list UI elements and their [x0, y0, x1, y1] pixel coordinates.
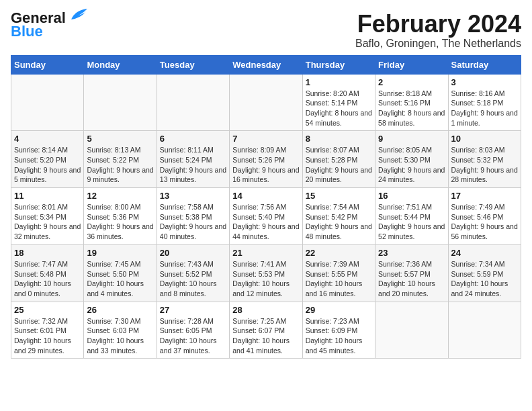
day-info: Sunrise: 7:43 AM Sunset: 5:52 PM Dayligh…	[160, 259, 226, 299]
day-info: Sunrise: 8:05 AM Sunset: 5:30 PM Dayligh…	[378, 145, 445, 185]
calendar-week-row: 4Sunrise: 8:14 AM Sunset: 5:20 PM Daylig…	[11, 131, 521, 188]
logo-bird-icon	[69, 9, 87, 22]
calendar-cell: 25Sunrise: 7:32 AM Sunset: 6:01 PM Dayli…	[11, 302, 84, 359]
calendar-cell	[230, 74, 302, 131]
day-info: Sunrise: 7:58 AM Sunset: 5:38 PM Dayligh…	[160, 202, 226, 242]
day-info: Sunrise: 8:01 AM Sunset: 5:34 PM Dayligh…	[14, 202, 81, 242]
day-info: Sunrise: 7:23 AM Sunset: 6:09 PM Dayligh…	[306, 316, 372, 356]
calendar-cell: 6Sunrise: 8:11 AM Sunset: 5:24 PM Daylig…	[157, 131, 229, 188]
day-info: Sunrise: 8:20 AM Sunset: 5:14 PM Dayligh…	[306, 89, 372, 128]
calendar-week-row: 25Sunrise: 7:32 AM Sunset: 6:01 PM Dayli…	[11, 302, 521, 359]
day-number: 28	[232, 305, 299, 315]
calendar-cell: 29Sunrise: 7:23 AM Sunset: 6:09 PM Dayli…	[302, 302, 375, 359]
day-number: 19	[87, 248, 153, 258]
calendar-cell: 7Sunrise: 8:09 AM Sunset: 5:26 PM Daylig…	[230, 131, 302, 188]
day-number: 20	[160, 248, 226, 258]
month-title: February 2024	[355, 11, 521, 38]
calendar-cell: 28Sunrise: 7:25 AM Sunset: 6:07 PM Dayli…	[230, 302, 302, 359]
day-info: Sunrise: 7:28 AM Sunset: 6:05 PM Dayligh…	[160, 316, 226, 356]
calendar-header-friday: Friday	[375, 55, 448, 74]
calendar-header-sunday: Sunday	[11, 55, 84, 74]
day-number: 9	[378, 134, 445, 144]
header: General Blue February 2024 Baflo, Gronin…	[11, 11, 521, 50]
day-number: 15	[306, 191, 372, 201]
day-info: Sunrise: 8:00 AM Sunset: 5:36 PM Dayligh…	[87, 202, 153, 242]
calendar-cell: 19Sunrise: 7:45 AM Sunset: 5:50 PM Dayli…	[84, 244, 157, 302]
day-number: 5	[87, 134, 153, 144]
day-number: 14	[232, 191, 299, 201]
calendar-cell: 15Sunrise: 7:54 AM Sunset: 5:42 PM Dayli…	[302, 188, 375, 245]
day-number: 17	[451, 191, 518, 201]
day-number: 1	[306, 77, 372, 87]
calendar-cell	[84, 74, 157, 131]
title-area: February 2024 Baflo, Groningen, The Neth…	[355, 11, 521, 50]
day-number: 25	[14, 305, 81, 315]
location-title: Baflo, Groningen, The Netherlands	[355, 38, 521, 50]
day-number: 2	[378, 77, 445, 87]
day-info: Sunrise: 8:09 AM Sunset: 5:26 PM Dayligh…	[232, 145, 299, 185]
day-number: 13	[160, 191, 226, 201]
day-info: Sunrise: 8:16 AM Sunset: 5:18 PM Dayligh…	[451, 89, 518, 128]
day-number: 18	[14, 248, 81, 258]
day-number: 8	[306, 134, 372, 144]
logo-blue: Blue	[11, 24, 43, 39]
calendar-header-thursday: Thursday	[302, 55, 375, 74]
day-number: 11	[14, 191, 81, 201]
calendar-cell: 8Sunrise: 8:07 AM Sunset: 5:28 PM Daylig…	[302, 131, 375, 188]
calendar-cell: 9Sunrise: 8:05 AM Sunset: 5:30 PM Daylig…	[375, 131, 448, 188]
calendar-cell: 23Sunrise: 7:36 AM Sunset: 5:57 PM Dayli…	[375, 244, 448, 302]
calendar-cell	[375, 302, 448, 359]
day-number: 12	[87, 191, 153, 201]
calendar-cell	[448, 302, 521, 359]
day-info: Sunrise: 8:13 AM Sunset: 5:22 PM Dayligh…	[87, 145, 153, 185]
day-info: Sunrise: 7:41 AM Sunset: 5:53 PM Dayligh…	[232, 259, 299, 299]
day-number: 23	[378, 248, 445, 258]
day-number: 16	[378, 191, 445, 201]
day-info: Sunrise: 7:45 AM Sunset: 5:50 PM Dayligh…	[87, 259, 153, 299]
day-number: 6	[160, 134, 226, 144]
calendar-cell: 26Sunrise: 7:30 AM Sunset: 6:03 PM Dayli…	[84, 302, 157, 359]
calendar-body: 1Sunrise: 8:20 AM Sunset: 5:14 PM Daylig…	[11, 74, 521, 359]
day-info: Sunrise: 7:32 AM Sunset: 6:01 PM Dayligh…	[14, 316, 81, 356]
day-number: 21	[232, 248, 299, 258]
calendar-cell	[11, 74, 84, 131]
calendar-header-monday: Monday	[84, 55, 157, 74]
day-info: Sunrise: 8:07 AM Sunset: 5:28 PM Dayligh…	[306, 145, 372, 185]
day-info: Sunrise: 7:30 AM Sunset: 6:03 PM Dayligh…	[87, 316, 153, 356]
day-info: Sunrise: 7:49 AM Sunset: 5:46 PM Dayligh…	[451, 202, 518, 242]
calendar-cell: 13Sunrise: 7:58 AM Sunset: 5:38 PM Dayli…	[157, 188, 229, 245]
calendar-cell: 4Sunrise: 8:14 AM Sunset: 5:20 PM Daylig…	[11, 131, 84, 188]
day-number: 10	[451, 134, 518, 144]
calendar-cell: 12Sunrise: 8:00 AM Sunset: 5:36 PM Dayli…	[84, 188, 157, 245]
calendar-cell: 16Sunrise: 7:51 AM Sunset: 5:44 PM Dayli…	[375, 188, 448, 245]
calendar-cell: 11Sunrise: 8:01 AM Sunset: 5:34 PM Dayli…	[11, 188, 84, 245]
calendar-cell: 2Sunrise: 8:18 AM Sunset: 5:16 PM Daylig…	[375, 74, 448, 131]
day-number: 4	[14, 134, 81, 144]
calendar-week-row: 11Sunrise: 8:01 AM Sunset: 5:34 PM Dayli…	[11, 188, 521, 245]
day-number: 26	[87, 305, 153, 315]
day-number: 29	[306, 305, 372, 315]
calendar-cell: 17Sunrise: 7:49 AM Sunset: 5:46 PM Dayli…	[448, 188, 521, 245]
calendar-cell: 10Sunrise: 8:03 AM Sunset: 5:32 PM Dayli…	[448, 131, 521, 188]
calendar-cell: 27Sunrise: 7:28 AM Sunset: 6:05 PM Dayli…	[157, 302, 229, 359]
calendar-table: SundayMondayTuesdayWednesdayThursdayFrid…	[11, 55, 521, 359]
day-info: Sunrise: 8:14 AM Sunset: 5:20 PM Dayligh…	[14, 145, 81, 185]
day-info: Sunrise: 7:51 AM Sunset: 5:44 PM Dayligh…	[378, 202, 445, 242]
calendar-header-saturday: Saturday	[448, 55, 521, 74]
calendar-week-row: 1Sunrise: 8:20 AM Sunset: 5:14 PM Daylig…	[11, 74, 521, 131]
day-info: Sunrise: 7:39 AM Sunset: 5:55 PM Dayligh…	[306, 259, 372, 299]
calendar-week-row: 18Sunrise: 7:47 AM Sunset: 5:48 PM Dayli…	[11, 244, 521, 302]
calendar-header-wednesday: Wednesday	[230, 55, 302, 74]
calendar-cell: 3Sunrise: 8:16 AM Sunset: 5:18 PM Daylig…	[448, 74, 521, 131]
calendar-cell	[157, 74, 229, 131]
calendar-header-row: SundayMondayTuesdayWednesdayThursdayFrid…	[11, 55, 521, 74]
logo: General Blue	[11, 11, 87, 39]
day-info: Sunrise: 7:56 AM Sunset: 5:40 PM Dayligh…	[232, 202, 299, 242]
day-number: 24	[451, 248, 518, 258]
day-number: 22	[306, 248, 372, 258]
calendar-cell: 20Sunrise: 7:43 AM Sunset: 5:52 PM Dayli…	[157, 244, 229, 302]
day-number: 3	[451, 77, 518, 87]
calendar-cell: 1Sunrise: 8:20 AM Sunset: 5:14 PM Daylig…	[302, 74, 375, 131]
day-number: 7	[232, 134, 299, 144]
day-info: Sunrise: 7:54 AM Sunset: 5:42 PM Dayligh…	[306, 202, 372, 242]
